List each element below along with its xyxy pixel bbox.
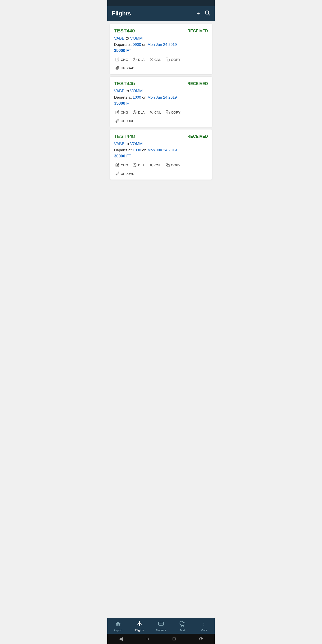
copy-icon (166, 110, 170, 114)
card-icon (158, 621, 164, 628)
flight-id-1: TEST445 (114, 81, 135, 86)
nav-item-airport[interactable]: Airport (111, 620, 125, 633)
destination-1: VOMM (130, 89, 143, 93)
copy-icon (166, 58, 170, 62)
depart-date-1: Mon Jun 24 2019 (147, 95, 177, 100)
upload-button-1[interactable]: UPLOAD (114, 118, 136, 124)
page-title: Flights (112, 10, 131, 17)
paperclip-icon (116, 172, 120, 176)
paperclip-icon (116, 119, 120, 123)
cloud-rain-icon (180, 621, 185, 628)
depart-time-0: 0900 (132, 42, 141, 47)
recent-button[interactable]: □ (173, 636, 176, 642)
flight-card-1: TEST445 RECEIVED VABB to VOMM Departs at… (110, 77, 212, 127)
clock-icon (132, 110, 137, 114)
dots-icon (201, 621, 207, 628)
upload-button-2[interactable]: UPLOAD (114, 170, 136, 176)
android-nav-bar: ◀ ○ □ ⟳ (107, 634, 215, 644)
plane-icon (137, 621, 142, 628)
search-button[interactable] (204, 10, 210, 17)
departs-1: Departs at 1000 on Mon Jun 24 2019 (114, 95, 208, 100)
nav-label-airport: Airport (114, 628, 122, 632)
flight-status-2: RECEIVED (188, 134, 208, 139)
copy-icon (166, 163, 170, 167)
svg-point-24 (204, 625, 204, 626)
rotate-button[interactable]: ⟳ (199, 636, 203, 642)
x-icon (149, 110, 153, 114)
action-buttons-0: CHG DLA CNL CO (114, 56, 208, 63)
action-buttons-2: CHG DLA CNL CO (114, 162, 208, 168)
pencil-icon (116, 110, 120, 114)
dla-button-1[interactable]: DLA (131, 109, 148, 116)
chg-button-2[interactable]: CHG (114, 162, 131, 168)
nav-item-flights[interactable]: Flights (133, 620, 146, 633)
depart-time-1: 1000 (132, 95, 141, 100)
nav-item-more[interactable]: More (197, 620, 211, 633)
copy-button-2[interactable]: COPY (164, 162, 184, 168)
departs-0: Departs at 0900 on Mon Jun 24 2019 (114, 42, 208, 47)
altitude-0: 35000 FT (114, 48, 208, 53)
flight-card-0: TEST440 RECEIVED VABB to VOMM Departs at… (110, 24, 212, 74)
copy-button-0[interactable]: COPY (164, 56, 184, 63)
paperclip-icon (116, 66, 120, 70)
dla-button-2[interactable]: DLA (131, 162, 148, 168)
nav-item-notams[interactable]: Notams (154, 620, 168, 633)
flights-list: TEST440 RECEIVED VABB to VOMM Departs at… (107, 21, 215, 618)
x-icon (149, 163, 153, 167)
card-header-1: TEST445 RECEIVED (114, 81, 208, 86)
flight-status-1: RECEIVED (188, 82, 208, 86)
depart-date-2: Mon Jun 24 2019 (147, 148, 177, 152)
card-header-0: TEST440 RECEIVED (114, 28, 208, 34)
svg-point-23 (204, 623, 204, 624)
header-actions: + (196, 10, 210, 17)
copy-button-1[interactable]: COPY (164, 109, 184, 116)
clock-icon (132, 58, 137, 62)
svg-rect-5 (167, 59, 169, 61)
origin-0: VABB (114, 36, 124, 40)
altitude-1: 35000 FT (114, 101, 208, 106)
destination-2: VOMM (130, 142, 143, 146)
upload-row-0: UPLOAD (114, 65, 208, 71)
svg-rect-13 (167, 164, 169, 167)
altitude-2: 30000 FT (114, 154, 208, 158)
svg-point-22 (204, 622, 204, 622)
origin-1: VABB (114, 89, 124, 93)
svg-line-1 (208, 14, 210, 15)
flight-id-2: TEST448 (114, 134, 135, 139)
departs-2: Departs at 1030 on Mon Jun 24 2019 (114, 148, 208, 152)
flight-status-0: RECEIVED (188, 28, 208, 33)
svg-rect-9 (167, 112, 169, 114)
home-button[interactable]: ○ (146, 636, 149, 642)
upload-row-2: UPLOAD (114, 170, 208, 176)
nav-item-met[interactable]: Met (176, 620, 189, 633)
depart-date-0: Mon Jun 24 2019 (147, 42, 177, 47)
x-icon (149, 58, 153, 62)
svg-rect-14 (158, 622, 164, 625)
destination-0: VOMM (130, 36, 143, 40)
pencil-icon (116, 163, 120, 167)
dla-button-0[interactable]: DLA (131, 56, 148, 63)
upload-button-0[interactable]: UPLOAD (114, 65, 136, 71)
flight-route-0: VABB to VOMM (114, 36, 208, 41)
nav-label-met: Met (180, 628, 185, 632)
flight-route-2: VABB to VOMM (114, 142, 208, 146)
clock-icon (132, 163, 137, 167)
app-header: Flights + (107, 6, 215, 21)
depart-time-2: 1030 (132, 148, 141, 152)
action-buttons-1: CHG DLA CNL CO (114, 109, 208, 116)
status-bar (107, 0, 215, 6)
cnl-button-2[interactable]: CNL (148, 162, 164, 168)
pencil-icon (116, 58, 120, 62)
add-button[interactable]: + (196, 10, 200, 17)
back-button[interactable]: ◀ (119, 636, 123, 642)
cnl-button-1[interactable]: CNL (148, 109, 164, 116)
flight-id-0: TEST440 (114, 28, 135, 34)
nav-label-notams: Notams (156, 628, 166, 632)
chg-button-0[interactable]: CHG (114, 56, 131, 63)
chg-button-1[interactable]: CHG (114, 109, 131, 116)
flight-card-2: TEST448 RECEIVED VABB to VOMM Departs at… (110, 130, 212, 180)
cnl-button-0[interactable]: CNL (148, 56, 164, 63)
home-icon (115, 621, 121, 628)
nav-label-more: More (200, 628, 207, 632)
bottom-nav: Airport Flights Notams (107, 618, 215, 634)
